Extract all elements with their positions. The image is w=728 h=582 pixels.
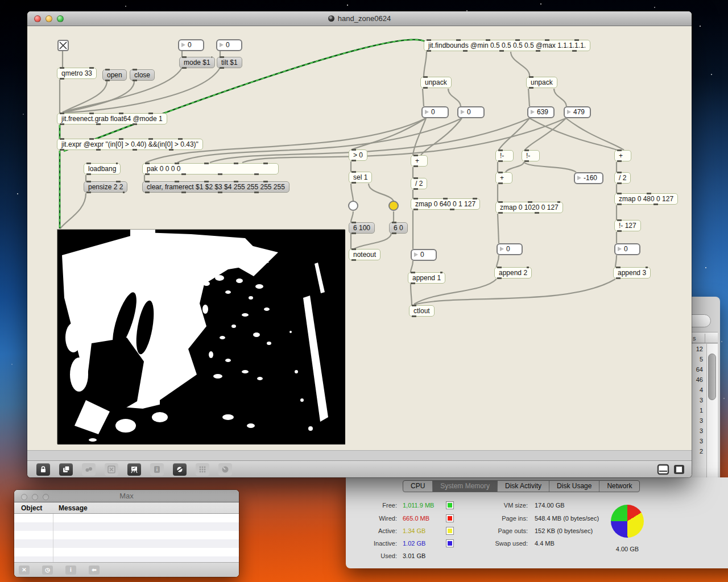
object-jit-findbounds[interactable]: jit.findbounds @min 0.5 0.5 0.5 0.5 @max… [424,40,590,51]
stat-value: 4.4 MB [535,539,555,547]
column-divider [705,334,705,343]
message-6-100[interactable]: 6 100 [349,222,375,234]
column-message[interactable]: Message [59,504,88,512]
patcher-toolbar: i [27,460,692,477]
presentation-mode-icon[interactable] [127,463,141,476]
message-open[interactable]: open [102,69,127,81]
activity-tabs: CPU System Memory Disk Activity Disk Usa… [403,480,640,492]
patcher-window: hand_zone0624 [27,11,692,477]
zoom-button[interactable] [57,15,64,22]
object-plus-x[interactable]: + [411,155,428,167]
object-unpack-right[interactable]: unpack [526,77,557,88]
console-table [14,514,239,562]
binoculars-icon[interactable] [82,463,96,476]
number-box-x1[interactable]: 0 [421,106,449,118]
grid-icon[interactable] [196,463,209,476]
object-rsub-y1[interactable]: !- [495,150,514,161]
stat-label: Free: [363,501,397,509]
clear-icon[interactable]: ✕ [19,566,30,575]
object-ctlout[interactable]: ctlout [409,305,435,317]
tab-cpu[interactable]: CPU [403,481,433,492]
object-qmetro[interactable]: qmetro 33 [57,68,97,79]
number-box-cc3[interactable]: 0 [614,243,640,255]
tab-network[interactable]: Network [599,481,639,492]
number-box-neg160[interactable]: -160 [574,172,603,184]
object-zmap-y[interactable]: zmap 0 1020 0 127 [495,202,563,213]
close-box-icon[interactable] [105,463,118,476]
number-box-cc2[interactable]: 0 [497,243,523,255]
object-plus-y[interactable]: + [495,172,512,184]
minimize-button[interactable] [32,494,38,500]
svg-text:i: i [156,467,158,472]
object-plus-z[interactable]: + [614,150,631,161]
stat-value: 548.4 MB (0 bytes/sec) [535,514,599,522]
lock-icon[interactable] [36,463,50,476]
close-button[interactable] [21,494,27,500]
object-loadbang[interactable]: loadbang [84,163,121,174]
close-button[interactable] [34,15,41,22]
info-icon[interactable]: i [150,463,164,476]
patcher-doc-icon [328,15,334,22]
dial-icon[interactable] [218,463,232,476]
info-icon[interactable]: i [65,566,76,575]
back-arrow-icon[interactable]: ⬅ [89,566,100,575]
message-mode[interactable]: mode $1 [179,57,215,68]
inactive-swatch[interactable] [446,539,454,547]
number-box-x2[interactable]: 639 [527,106,555,118]
console-toolbar: ✕ ◷ i ⬅ [14,562,239,577]
wired-swatch[interactable] [446,514,454,522]
object-rsub-127[interactable]: !- 127 [614,220,641,231]
console-titlebar[interactable]: Max [14,490,239,502]
object-sel[interactable]: sel 1 [349,172,372,183]
bang-button[interactable] [348,201,358,211]
message-pensize[interactable]: pensize 2 2 [84,181,127,193]
number-box-mode[interactable]: 0 [178,39,204,51]
message-close[interactable]: close [130,69,155,81]
stat-value: 1.34 GB [403,527,425,535]
tab-system-memory[interactable]: System Memory [433,481,498,492]
object-rsub-y2[interactable]: !- [522,150,540,161]
object-zmap-x[interactable]: zmap 0 640 0 1 127 [411,198,480,210]
console-title: Max [119,492,134,500]
message-tilt[interactable]: tilt $1 [217,57,242,68]
object-div2-z[interactable]: / 2 [614,172,631,184]
object-unpack-left[interactable]: unpack [420,77,452,88]
number-box-y2[interactable]: 479 [564,106,591,118]
column-object[interactable]: Object [21,504,42,512]
tab-disk-activity[interactable]: Disk Activity [498,481,549,492]
object-pak[interactable]: pak 0 0 0 0 [142,163,279,174]
activity-monitor-stats-panel: CPU System Memory Disk Activity Disk Usa… [346,477,728,568]
message-6-0[interactable]: 6 0 [389,222,408,234]
number-box-y1[interactable]: 0 [457,106,485,118]
max-console-window: Max Object Message ✕ ◷ i ⬅ [14,490,239,577]
toggle-box[interactable] [57,40,69,51]
clock-icon[interactable]: ◷ [42,566,53,575]
number-box-tilt[interactable]: 0 [216,39,242,51]
patcher-titlebar[interactable]: hand_zone0624 [27,11,692,26]
active-swatch[interactable] [446,527,454,535]
minimize-button[interactable] [46,15,52,22]
object-append2[interactable]: append 2 [494,267,532,278]
object-noteout[interactable]: noteout [349,249,380,260]
free-swatch[interactable] [446,501,454,509]
message-clear-framerect[interactable]: clear, framerect $1 $2 $3 $4 255 255 255… [142,181,289,193]
zoom-button[interactable] [43,494,49,500]
patcher-canvas[interactable]: 0 0 mode $1 tilt $1 qmetro 33 open close… [27,26,692,450]
number-box-cc1[interactable]: 0 [411,249,437,261]
hide-toolbar-icon[interactable] [656,463,670,476]
object-append1[interactable]: append 1 [408,272,445,284]
object-jit-expr[interactable]: jit.expr @expr "(in[0] > 0.40) &&(in[0] … [57,139,203,150]
bang-button-lit[interactable] [388,201,399,211]
object-append3[interactable]: append 3 [613,267,651,278]
new-view-icon[interactable] [59,463,73,476]
maximize-icon[interactable] [672,463,686,476]
object-zmap-z[interactable]: zmap 0 480 0 127 [614,193,678,205]
tab-disk-usage[interactable]: Disk Usage [549,481,599,492]
object-div2-x[interactable]: / 2 [411,178,427,189]
column-header-fragment: s [693,335,696,342]
scrollbar-thumb[interactable] [708,354,716,400]
object-jit-freenect-grab[interactable]: jit.freenect.grab float64 @mode 1 [57,113,167,124]
object-greater-than-zero[interactable]: > 0 [349,149,367,161]
patchcord-icon[interactable] [173,463,187,476]
jit-pwindow-image[interactable] [57,229,345,444]
